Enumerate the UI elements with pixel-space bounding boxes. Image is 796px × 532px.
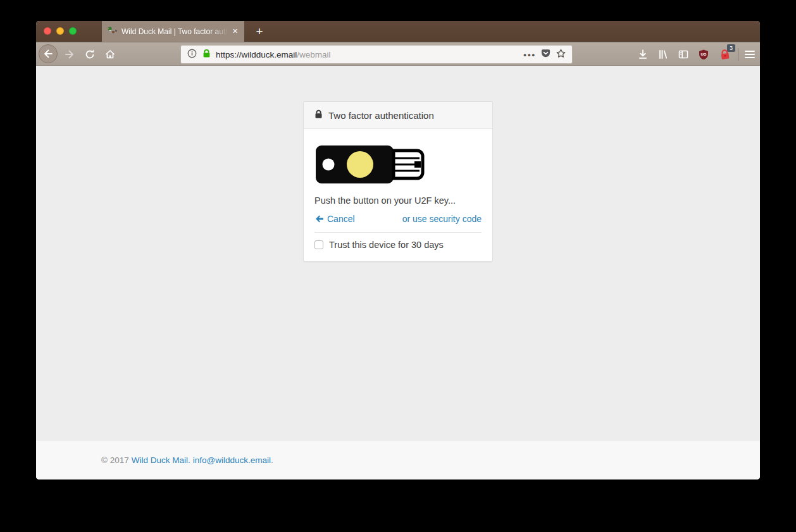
divider: [314, 232, 482, 233]
browser-tab[interactable]: Wild Duck Mail | Two factor authenticati…: [102, 21, 244, 42]
copyright-text: © 2017: [101, 455, 129, 465]
ublock-label: UO: [701, 53, 707, 56]
tab-close-icon[interactable]: ✕: [232, 28, 238, 35]
toolbar-separator: [738, 48, 738, 61]
trust-device-row: Trust this device for 30 days: [314, 240, 482, 250]
card-title: Two factor authentication: [328, 110, 434, 121]
two-factor-card: Two factor authentication Push the but: [303, 101, 493, 262]
secure-lock-icon[interactable]: [202, 49, 211, 61]
trust-device-checkbox[interactable]: [314, 240, 323, 249]
back-button[interactable]: [39, 44, 58, 63]
tab-bar: Wild Duck Mail | Two factor authenticati…: [36, 21, 760, 42]
email-link[interactable]: info@wildduck.email: [193, 455, 271, 465]
cancel-link[interactable]: Cancel: [314, 214, 355, 224]
menu-hamburger-button[interactable]: [745, 49, 756, 60]
links-row: Cancel or use security code: [314, 214, 482, 224]
url-bar[interactable]: https://wildduck.email/webmail •••: [180, 45, 573, 64]
pocket-icon[interactable]: [540, 48, 551, 61]
password-extension-icon[interactable]: 3: [719, 49, 731, 60]
arrow-left-icon: [314, 214, 324, 223]
ublock-origin-icon[interactable]: UO: [698, 49, 709, 60]
reload-button[interactable]: [84, 49, 96, 60]
new-tab-button[interactable]: +: [250, 21, 269, 42]
url-text: https://wildduck.email/webmail: [216, 50, 331, 59]
brand-link[interactable]: Wild Duck Mail.: [132, 455, 190, 465]
extension-badge: 3: [727, 44, 735, 52]
home-button[interactable]: [104, 49, 116, 60]
zoom-button[interactable]: [69, 27, 77, 35]
trust-device-label: Trust this device for 30 days: [329, 240, 444, 250]
minimize-button[interactable]: [56, 27, 64, 35]
push-message: Push the button on your U2F key...: [314, 195, 482, 206]
close-button[interactable]: [44, 27, 51, 35]
library-button[interactable]: [657, 49, 669, 60]
forward-button[interactable]: [64, 49, 75, 60]
cancel-label: Cancel: [327, 214, 355, 224]
browser-window: Wild Duck Mail | Two factor authenticati…: [36, 21, 760, 479]
lock-icon: [314, 109, 323, 121]
navigation-toolbar: https://wildduck.email/webmail •••: [36, 42, 760, 66]
downloads-button[interactable]: [637, 49, 649, 60]
sidebar-toggle-button[interactable]: [678, 49, 689, 60]
back-arrow-icon: [42, 48, 54, 59]
u2f-key-illustration: [314, 142, 425, 187]
page-content: Two factor authentication Push the but: [36, 66, 760, 479]
email-wrap: info@wildduck.email.: [193, 455, 273, 465]
bookmark-star-icon[interactable]: [556, 48, 566, 61]
url-domain: https://wildduck.email: [216, 50, 297, 59]
footer-period: .: [271, 455, 273, 465]
page-footer: © 2017 Wild Duck Mail. info@wildduck.ema…: [36, 441, 760, 479]
duck-favicon-icon: [107, 25, 117, 38]
page-actions-icon[interactable]: •••: [523, 50, 536, 59]
card-header: Two factor authentication: [304, 102, 492, 129]
tab-title: Wild Duck Mail | Two factor authenticati…: [121, 27, 228, 36]
card-body: Push the button on your U2F key... Cance…: [304, 129, 492, 261]
security-code-link[interactable]: or use security code: [402, 214, 482, 224]
url-path: /webmail: [297, 50, 330, 59]
page-info-icon[interactable]: [187, 48, 197, 61]
